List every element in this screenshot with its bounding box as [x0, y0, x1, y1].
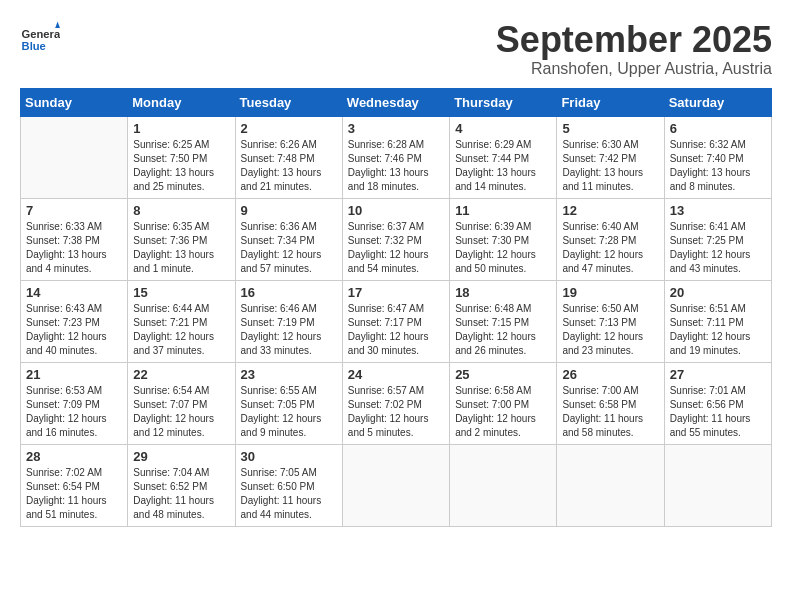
- calendar-table: SundayMondayTuesdayWednesdayThursdayFrid…: [20, 88, 772, 527]
- weekday-header-tuesday: Tuesday: [235, 88, 342, 116]
- day-number: 11: [455, 203, 551, 218]
- day-info: Sunrise: 6:47 AM Sunset: 7:17 PM Dayligh…: [348, 302, 444, 358]
- calendar-cell: 26Sunrise: 7:00 AM Sunset: 6:58 PM Dayli…: [557, 362, 664, 444]
- calendar-cell: [450, 444, 557, 526]
- logo-icon: General Blue: [20, 20, 60, 60]
- week-row-1: 1Sunrise: 6:25 AM Sunset: 7:50 PM Daylig…: [21, 116, 772, 198]
- calendar-cell: [664, 444, 771, 526]
- svg-text:General: General: [22, 28, 60, 40]
- calendar-cell: 21Sunrise: 6:53 AM Sunset: 7:09 PM Dayli…: [21, 362, 128, 444]
- day-info: Sunrise: 6:43 AM Sunset: 7:23 PM Dayligh…: [26, 302, 122, 358]
- day-info: Sunrise: 6:57 AM Sunset: 7:02 PM Dayligh…: [348, 384, 444, 440]
- day-info: Sunrise: 6:33 AM Sunset: 7:38 PM Dayligh…: [26, 220, 122, 276]
- calendar-cell: 23Sunrise: 6:55 AM Sunset: 7:05 PM Dayli…: [235, 362, 342, 444]
- day-number: 17: [348, 285, 444, 300]
- day-number: 19: [562, 285, 658, 300]
- calendar-cell: 22Sunrise: 6:54 AM Sunset: 7:07 PM Dayli…: [128, 362, 235, 444]
- calendar-cell: 30Sunrise: 7:05 AM Sunset: 6:50 PM Dayli…: [235, 444, 342, 526]
- day-number: 4: [455, 121, 551, 136]
- page-header: General Blue September 2025 Ranshofen, U…: [20, 20, 772, 78]
- day-number: 20: [670, 285, 766, 300]
- day-info: Sunrise: 7:02 AM Sunset: 6:54 PM Dayligh…: [26, 466, 122, 522]
- day-number: 5: [562, 121, 658, 136]
- calendar-cell: 17Sunrise: 6:47 AM Sunset: 7:17 PM Dayli…: [342, 280, 449, 362]
- svg-marker-2: [55, 22, 60, 28]
- month-title: September 2025: [496, 20, 772, 60]
- day-number: 28: [26, 449, 122, 464]
- weekday-header-wednesday: Wednesday: [342, 88, 449, 116]
- calendar-cell: 7Sunrise: 6:33 AM Sunset: 7:38 PM Daylig…: [21, 198, 128, 280]
- calendar-cell: 28Sunrise: 7:02 AM Sunset: 6:54 PM Dayli…: [21, 444, 128, 526]
- day-info: Sunrise: 6:44 AM Sunset: 7:21 PM Dayligh…: [133, 302, 229, 358]
- week-row-5: 28Sunrise: 7:02 AM Sunset: 6:54 PM Dayli…: [21, 444, 772, 526]
- logo: General Blue: [20, 20, 60, 60]
- calendar-cell: 19Sunrise: 6:50 AM Sunset: 7:13 PM Dayli…: [557, 280, 664, 362]
- day-info: Sunrise: 6:41 AM Sunset: 7:25 PM Dayligh…: [670, 220, 766, 276]
- day-info: Sunrise: 6:54 AM Sunset: 7:07 PM Dayligh…: [133, 384, 229, 440]
- calendar-cell: 8Sunrise: 6:35 AM Sunset: 7:36 PM Daylig…: [128, 198, 235, 280]
- day-number: 9: [241, 203, 337, 218]
- day-number: 14: [26, 285, 122, 300]
- svg-text:Blue: Blue: [22, 40, 46, 52]
- day-info: Sunrise: 6:48 AM Sunset: 7:15 PM Dayligh…: [455, 302, 551, 358]
- calendar-cell: 2Sunrise: 6:26 AM Sunset: 7:48 PM Daylig…: [235, 116, 342, 198]
- day-info: Sunrise: 7:05 AM Sunset: 6:50 PM Dayligh…: [241, 466, 337, 522]
- day-number: 8: [133, 203, 229, 218]
- title-block: September 2025 Ranshofen, Upper Austria,…: [496, 20, 772, 78]
- day-info: Sunrise: 6:30 AM Sunset: 7:42 PM Dayligh…: [562, 138, 658, 194]
- weekday-header-sunday: Sunday: [21, 88, 128, 116]
- calendar-cell: 25Sunrise: 6:58 AM Sunset: 7:00 PM Dayli…: [450, 362, 557, 444]
- day-info: Sunrise: 6:50 AM Sunset: 7:13 PM Dayligh…: [562, 302, 658, 358]
- week-row-2: 7Sunrise: 6:33 AM Sunset: 7:38 PM Daylig…: [21, 198, 772, 280]
- day-info: Sunrise: 6:35 AM Sunset: 7:36 PM Dayligh…: [133, 220, 229, 276]
- day-number: 16: [241, 285, 337, 300]
- weekday-header-thursday: Thursday: [450, 88, 557, 116]
- day-info: Sunrise: 6:53 AM Sunset: 7:09 PM Dayligh…: [26, 384, 122, 440]
- day-number: 1: [133, 121, 229, 136]
- week-row-3: 14Sunrise: 6:43 AM Sunset: 7:23 PM Dayli…: [21, 280, 772, 362]
- calendar-cell: 11Sunrise: 6:39 AM Sunset: 7:30 PM Dayli…: [450, 198, 557, 280]
- day-info: Sunrise: 6:36 AM Sunset: 7:34 PM Dayligh…: [241, 220, 337, 276]
- day-info: Sunrise: 6:40 AM Sunset: 7:28 PM Dayligh…: [562, 220, 658, 276]
- day-info: Sunrise: 6:55 AM Sunset: 7:05 PM Dayligh…: [241, 384, 337, 440]
- calendar-cell: 1Sunrise: 6:25 AM Sunset: 7:50 PM Daylig…: [128, 116, 235, 198]
- calendar-cell: 5Sunrise: 6:30 AM Sunset: 7:42 PM Daylig…: [557, 116, 664, 198]
- day-number: 7: [26, 203, 122, 218]
- day-info: Sunrise: 6:25 AM Sunset: 7:50 PM Dayligh…: [133, 138, 229, 194]
- calendar-cell: [342, 444, 449, 526]
- calendar-cell: 12Sunrise: 6:40 AM Sunset: 7:28 PM Dayli…: [557, 198, 664, 280]
- day-number: 12: [562, 203, 658, 218]
- day-number: 21: [26, 367, 122, 382]
- day-info: Sunrise: 7:00 AM Sunset: 6:58 PM Dayligh…: [562, 384, 658, 440]
- day-number: 30: [241, 449, 337, 464]
- weekday-header-monday: Monday: [128, 88, 235, 116]
- weekday-header-row: SundayMondayTuesdayWednesdayThursdayFrid…: [21, 88, 772, 116]
- weekday-header-friday: Friday: [557, 88, 664, 116]
- day-info: Sunrise: 6:28 AM Sunset: 7:46 PM Dayligh…: [348, 138, 444, 194]
- day-info: Sunrise: 6:26 AM Sunset: 7:48 PM Dayligh…: [241, 138, 337, 194]
- day-number: 18: [455, 285, 551, 300]
- day-info: Sunrise: 7:01 AM Sunset: 6:56 PM Dayligh…: [670, 384, 766, 440]
- day-info: Sunrise: 6:39 AM Sunset: 7:30 PM Dayligh…: [455, 220, 551, 276]
- calendar-cell: 9Sunrise: 6:36 AM Sunset: 7:34 PM Daylig…: [235, 198, 342, 280]
- day-number: 29: [133, 449, 229, 464]
- day-number: 15: [133, 285, 229, 300]
- calendar-cell: 15Sunrise: 6:44 AM Sunset: 7:21 PM Dayli…: [128, 280, 235, 362]
- calendar-cell: 20Sunrise: 6:51 AM Sunset: 7:11 PM Dayli…: [664, 280, 771, 362]
- day-number: 2: [241, 121, 337, 136]
- calendar-cell: 29Sunrise: 7:04 AM Sunset: 6:52 PM Dayli…: [128, 444, 235, 526]
- day-info: Sunrise: 7:04 AM Sunset: 6:52 PM Dayligh…: [133, 466, 229, 522]
- calendar-cell: 3Sunrise: 6:28 AM Sunset: 7:46 PM Daylig…: [342, 116, 449, 198]
- calendar-cell: [21, 116, 128, 198]
- day-info: Sunrise: 6:29 AM Sunset: 7:44 PM Dayligh…: [455, 138, 551, 194]
- calendar-cell: 10Sunrise: 6:37 AM Sunset: 7:32 PM Dayli…: [342, 198, 449, 280]
- weekday-header-saturday: Saturday: [664, 88, 771, 116]
- day-number: 26: [562, 367, 658, 382]
- calendar-cell: 18Sunrise: 6:48 AM Sunset: 7:15 PM Dayli…: [450, 280, 557, 362]
- day-number: 23: [241, 367, 337, 382]
- day-info: Sunrise: 6:46 AM Sunset: 7:19 PM Dayligh…: [241, 302, 337, 358]
- day-info: Sunrise: 6:58 AM Sunset: 7:00 PM Dayligh…: [455, 384, 551, 440]
- calendar-cell: [557, 444, 664, 526]
- calendar-cell: 27Sunrise: 7:01 AM Sunset: 6:56 PM Dayli…: [664, 362, 771, 444]
- day-info: Sunrise: 6:37 AM Sunset: 7:32 PM Dayligh…: [348, 220, 444, 276]
